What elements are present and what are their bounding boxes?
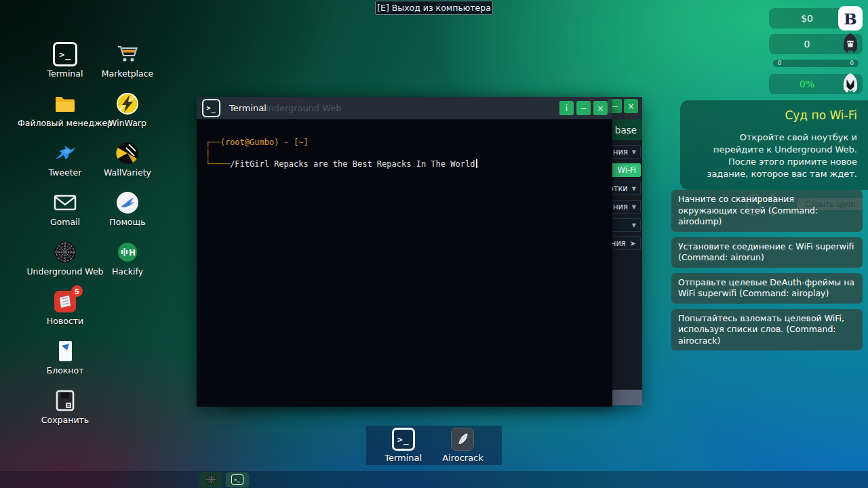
info-button[interactable]: i xyxy=(559,101,574,115)
close-button[interactable]: × xyxy=(624,99,638,113)
feather-icon xyxy=(454,431,471,447)
skill-counter: 0% xyxy=(769,74,863,94)
icon-label: Tweeter xyxy=(49,167,82,178)
terminal-icon xyxy=(392,428,415,451)
typed-command: /FitGirl Repacks are the Best Repacks In… xyxy=(230,159,475,169)
desktop-icon-gomail[interactable]: Gomail xyxy=(34,190,96,240)
reputation-value: 0 xyxy=(804,39,810,49)
desktop-icon-news[interactable]: 5 Новости xyxy=(34,289,96,339)
chevron-down-icon: ▼ xyxy=(632,149,636,155)
dock-item-airocrack[interactable]: Airocrack xyxy=(442,428,484,463)
hud: $0 0 0 0 0% xyxy=(769,8,863,100)
reputation-progressbar: 0 0 xyxy=(773,60,859,67)
bird-icon xyxy=(53,141,77,165)
desktop-icon-wallvariety[interactable]: WallVariety xyxy=(96,141,159,190)
icon-label: WinWarp xyxy=(108,118,146,128)
notepad-icon xyxy=(53,339,77,363)
quest-description: Откройте свой ноутбук и перейдите к Unde… xyxy=(690,131,857,180)
objective-item: Начните со сканирования окружающих сетей… xyxy=(671,190,863,232)
desktop-icon-file-manager[interactable]: Файловый менеджер xyxy=(34,92,96,141)
objective-item: Отправьте целевые DeAuth-фреймы на WiFi … xyxy=(671,273,863,304)
dock-item-terminal[interactable]: Terminal xyxy=(384,428,422,463)
news-badge: 5 xyxy=(71,285,83,297)
desktop-icon-save[interactable]: Сохранить xyxy=(34,388,96,438)
chevron-down-icon: ▼ xyxy=(632,186,636,192)
desktop-icon-hackify[interactable]: H Hackify xyxy=(96,240,159,289)
dropdown-label: ния xyxy=(613,147,628,157)
desktop-icon-grid: Terminal Marketplace Файловый менеджер xyxy=(34,42,160,438)
taskbar-item-terminal[interactable] xyxy=(226,472,249,487)
money-value: $0 xyxy=(801,13,813,24)
desktop-icon-notepad[interactable]: Блокнот xyxy=(34,339,96,388)
progress-right-value: 0 xyxy=(850,60,854,66)
objective-item: Попытайтесь взломать целевой WiFi, испол… xyxy=(671,309,863,351)
white-hood-icon xyxy=(838,72,863,96)
hackify-icon: H xyxy=(115,240,140,264)
money-counter: $0 xyxy=(769,8,863,28)
objective-item: Установите соединение с WiFi superwifi (… xyxy=(671,237,863,268)
icon-label: Marketplace xyxy=(102,68,154,79)
icon-label: Сохранить xyxy=(41,415,89,425)
arrow-right-icon: ➤ xyxy=(630,239,636,248)
envelope-icon xyxy=(53,190,77,215)
quest-panel: Суд по Wi-Fi Откройте свой ноутбук и пер… xyxy=(680,100,868,222)
terminal-window: Terminal i − × ┌──(root@Gumbo) - [~] │ └… xyxy=(197,97,612,407)
chevron-down-icon: ▼ xyxy=(632,222,636,228)
terminal-output[interactable]: ┌──(root@Gumbo) - [~] │ └────/FitGirl Re… xyxy=(197,119,612,407)
icon-label: Новости xyxy=(47,316,83,326)
dock-label: Terminal xyxy=(384,453,422,463)
close-button[interactable]: × xyxy=(593,101,608,115)
chevron-down-icon: ▼ xyxy=(632,204,636,210)
terminal-icon xyxy=(231,474,243,485)
bitcoin-icon xyxy=(838,6,863,30)
icon-label: Underground Web xyxy=(26,266,103,277)
dock-label: Airocrack xyxy=(442,453,484,463)
text-cursor xyxy=(476,159,477,168)
dropdown-label: ния xyxy=(613,202,628,211)
help-icon xyxy=(115,190,140,215)
desktop-icon-winwarp[interactable]: WinWarp xyxy=(96,92,159,141)
taskbar-item-underground-web[interactable] xyxy=(199,472,222,487)
icon-label: Gomail xyxy=(50,217,80,227)
shopping-cart-icon xyxy=(115,42,140,66)
wifi-label: Wi-Fi xyxy=(618,165,636,175)
desktop-icon-tweeter[interactable]: Tweeter xyxy=(34,141,96,190)
reputation-counter: 0 xyxy=(769,34,863,54)
desktop-icon-marketplace[interactable]: Marketplace xyxy=(96,42,159,92)
quest-title: Суд по Wi-Fi xyxy=(690,108,857,122)
prompt-tree: ┌── xyxy=(205,138,220,147)
icon-label: Terminal xyxy=(47,68,83,79)
save-icon xyxy=(53,388,77,413)
prompt-tree: └──── xyxy=(205,159,230,169)
desktop-icon-terminal[interactable]: Terminal xyxy=(34,42,96,92)
terminal-icon xyxy=(202,99,220,117)
window-title: Terminal xyxy=(229,103,267,113)
progress-left-value: 0 xyxy=(778,60,781,66)
icon-label: Hackify xyxy=(112,266,143,277)
prompt-tree: │ xyxy=(205,148,210,158)
scroll-thumb[interactable] xyxy=(612,390,642,405)
lightning-icon xyxy=(115,92,140,116)
quest-card: Суд по Wi-Fi Откройте свой ноутбук и пер… xyxy=(680,100,868,190)
terminal-titlebar[interactable]: Terminal i − × xyxy=(197,97,612,119)
spiderweb-icon xyxy=(205,474,217,485)
wallpaper-app-icon xyxy=(115,141,140,165)
icon-label: Помощь xyxy=(109,217,145,227)
exit-computer-text: [E] Выход из компьютера xyxy=(377,3,491,13)
objectives-list: Начните со сканирования окружающих сетей… xyxy=(671,190,863,356)
dark-hood-icon xyxy=(838,32,863,56)
icon-label: WallVariety xyxy=(104,167,151,178)
spiderweb-icon xyxy=(53,240,77,264)
percent-value: 0% xyxy=(800,79,814,89)
exit-computer-tooltip: [E] Выход из компьютера xyxy=(375,1,493,15)
icon-label: Блокнот xyxy=(47,365,84,375)
taskbar xyxy=(0,471,868,488)
svg-text:H: H xyxy=(129,248,136,258)
terminal-icon xyxy=(53,42,77,66)
folder-icon xyxy=(53,92,77,116)
minimize-button[interactable]: − xyxy=(576,101,591,115)
prompt-user-host: (root@Gumbo) - [~] xyxy=(220,138,309,147)
app-dock: Terminal Airocrack xyxy=(366,426,502,465)
desktop-icon-help[interactable]: Помощь xyxy=(96,190,159,240)
desktop-icon-underground-web[interactable]: Underground Web xyxy=(34,240,96,289)
